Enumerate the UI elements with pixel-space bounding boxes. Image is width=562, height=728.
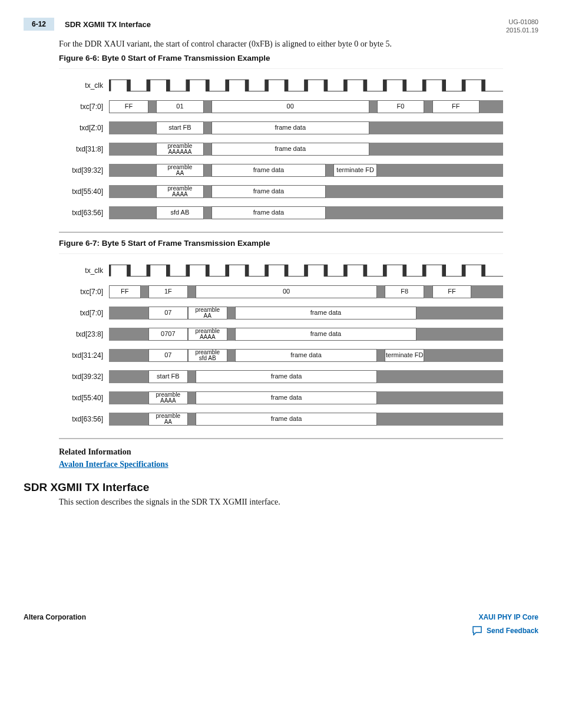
signal-label: txd[39:32] — [59, 373, 109, 381]
waveform-segment — [369, 100, 377, 113]
waveform-segment: sfd AB — [156, 206, 203, 219]
footer-ipcore-link[interactable]: XAUI PHY IP Core — [478, 613, 538, 621]
section-body: This section describes the signals in th… — [59, 498, 538, 507]
waveform-segment — [377, 349, 385, 362]
waveform-segment — [204, 143, 211, 156]
signal-label: txd[55:40] — [59, 187, 109, 196]
signal-row: tx_clk — [59, 75, 503, 96]
signal-label: txd[23:8] — [59, 330, 109, 338]
waveform-segment — [369, 121, 377, 134]
figure-6-7-title: Figure 6-7: Byte 5 Start of Frame Transm… — [59, 239, 538, 248]
waveform-segment — [377, 143, 503, 156]
signal-label: txd[31:8] — [59, 145, 109, 153]
waveform-segment: frame data — [235, 307, 416, 319]
send-feedback-link[interactable]: Send Feedback — [472, 626, 538, 635]
signal-label: tx_clk — [59, 81, 109, 90]
waveform-segment: frame data — [235, 328, 416, 341]
signal-lane: preamble AAAAframe data — [109, 185, 503, 198]
signal-lane: FF0100F0FF — [109, 100, 503, 113]
signal-lane: start FBframe data — [109, 370, 503, 383]
waveform-segment: frame data — [196, 413, 377, 426]
signal-row: txd[23:8]0707preamble AAAAframe data — [59, 324, 503, 345]
waveform-segment: frame data — [211, 164, 326, 177]
waveform-segment: 0707 — [148, 328, 188, 341]
waveform-segment: preamble AAAA — [156, 185, 203, 198]
signal-lane: FF1F00F8FF — [109, 285, 503, 298]
waveform-segment — [204, 185, 211, 198]
waveform-segment — [333, 185, 503, 198]
waveform-segment — [480, 100, 503, 113]
waveform-segment — [416, 328, 424, 341]
waveform-segment: FF — [109, 100, 148, 113]
waveform-segment — [109, 391, 148, 404]
signal-row: txd[31:24]07preamble sfd ABframe datater… — [59, 345, 503, 366]
waveform-segment: frame data — [211, 206, 326, 219]
waveform-segment: frame data — [211, 121, 369, 134]
waveform-segment — [385, 370, 503, 383]
doc-id: UG-01080 — [506, 18, 538, 26]
waveform-segment — [416, 307, 424, 319]
intro-paragraph: For the DDR XAUI variant, the start of c… — [59, 39, 538, 49]
figure-6-6-title: Figure 6-6: Byte 0 Start of Frame Transm… — [59, 54, 538, 62]
waveform-segment — [424, 349, 432, 362]
waveform-segment: frame data — [211, 143, 369, 156]
waveform-segment: 07 — [148, 307, 188, 319]
waveform-segment: 07 — [148, 349, 188, 362]
waveform-segment: 01 — [156, 100, 203, 113]
signal-label: txd[63:56] — [59, 415, 109, 423]
feedback-icon — [472, 626, 483, 635]
waveform-segment: preamble AAAA — [188, 328, 227, 341]
waveform-segment — [377, 370, 385, 383]
signal-label: txd[55:40] — [59, 394, 109, 402]
waveform-segment — [471, 285, 503, 298]
waveform-segment: terminate FD — [333, 164, 377, 177]
section-heading: SDR XGMII TX Interface — [24, 481, 538, 494]
waveform-segment — [227, 328, 235, 341]
signal-row: txd[39:32]preamble AAframe dataterminate… — [59, 160, 503, 181]
waveform-segment — [204, 206, 211, 219]
signal-lane: 07preamble AAframe data — [109, 307, 503, 319]
signal-lane — [109, 264, 503, 277]
waveform-segment — [369, 143, 377, 156]
waveform-segment: 1F — [148, 285, 188, 298]
signal-label: txd[7:0] — [59, 309, 109, 317]
waveform-segment: FF — [109, 285, 141, 298]
waveform-segment — [385, 391, 503, 404]
waveform-segment — [109, 328, 148, 341]
waveform-segment — [377, 164, 385, 177]
signal-label: txd[39:32] — [59, 166, 109, 174]
signal-row: txd[Z:0]start FBframe data — [59, 117, 503, 139]
waveform-segment — [424, 285, 432, 298]
page-footer: Altera Corporation XAUI PHY IP Core Send… — [24, 613, 538, 635]
waveform-segment — [385, 164, 503, 177]
doc-date: 2015.01.19 — [506, 26, 538, 34]
signal-row: txd[63:56]sfd ABframe data — [59, 202, 503, 223]
waveform-segment: 00 — [196, 285, 377, 298]
waveform-segment — [109, 349, 148, 362]
footer-company: Altera Corporation — [24, 613, 86, 621]
waveform-segment — [227, 307, 235, 319]
signal-row: txd[55:40]preamble AAAAframe data — [59, 181, 503, 202]
figure-6-7-diagram: tx_clktxc[7:0]FF1F00F8FFtxd[7:0]07preamb… — [59, 253, 503, 439]
waveform-segment: preamble AAAAAA — [156, 143, 203, 156]
waveform-segment — [204, 121, 211, 134]
waveform-segment — [377, 285, 385, 298]
waveform-segment — [109, 206, 156, 219]
page-number: 6-12 — [24, 18, 54, 31]
avalon-spec-link[interactable]: Avalon Interface Specifications — [59, 460, 168, 469]
signal-row: txd[7:0]07preamble AAframe data — [59, 302, 503, 324]
waveform-segment: frame data — [196, 391, 377, 404]
signal-lane: 0707preamble AAAAframe data — [109, 328, 503, 341]
waveform-segment — [424, 328, 503, 341]
waveform-segment: FF — [432, 285, 472, 298]
waveform-segment — [109, 185, 156, 198]
waveform-segment — [424, 307, 503, 319]
waveform-segment: preamble AAAA — [148, 391, 188, 404]
signal-lane: preamble AAframe dataterminate FD — [109, 164, 503, 177]
waveform-segment — [109, 307, 148, 319]
waveform-segment: start FB — [156, 121, 203, 134]
waveform-segment — [377, 391, 385, 404]
waveform-segment — [326, 206, 333, 219]
signal-label: tx_clk — [59, 266, 109, 275]
signal-row: txd[39:32]start FBframe data — [59, 366, 503, 387]
